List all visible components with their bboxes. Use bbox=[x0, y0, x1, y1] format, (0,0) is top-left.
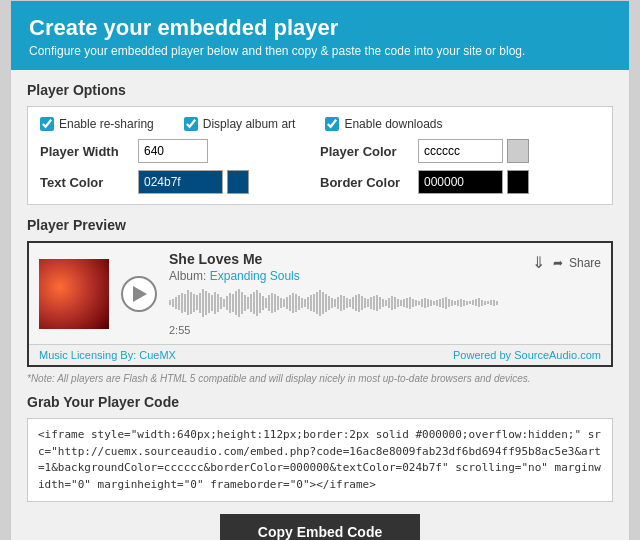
waveform-bar bbox=[283, 299, 285, 307]
width-color-row: Player Width Player Color bbox=[40, 139, 600, 163]
waveform-bar bbox=[172, 299, 174, 307]
player-options-title: Player Options bbox=[27, 82, 613, 98]
player-width-input[interactable] bbox=[138, 139, 208, 163]
player-preview-title: Player Preview bbox=[27, 217, 613, 233]
border-color-col: Border Color bbox=[320, 170, 600, 194]
album-art bbox=[39, 259, 109, 329]
waveform-bar bbox=[301, 298, 303, 308]
waveform-bar bbox=[466, 301, 468, 305]
waveform-bar bbox=[427, 299, 429, 307]
player-color-swatch[interactable] bbox=[507, 139, 529, 163]
waveform-bar bbox=[460, 299, 462, 307]
share-button[interactable]: ➦ Share bbox=[553, 256, 601, 270]
albumart-input[interactable] bbox=[184, 117, 198, 131]
download-icon[interactable]: ⇓ bbox=[532, 253, 545, 272]
waveform-bar bbox=[352, 297, 354, 309]
downloads-label: Enable downloads bbox=[344, 117, 442, 131]
waveform-bar bbox=[379, 297, 381, 309]
note-text: *Note: All players are Flash & HTML 5 co… bbox=[27, 373, 613, 384]
waveform-bar bbox=[373, 296, 375, 310]
waveform-bar bbox=[328, 296, 330, 310]
waveform-bar bbox=[319, 290, 321, 316]
waveform-bar bbox=[487, 301, 489, 304]
waveform-bar bbox=[298, 296, 300, 310]
text-color-group bbox=[138, 170, 249, 194]
waveform-bar bbox=[463, 300, 465, 306]
player-footer: Music Licensing By: CueMX Powered by Sou… bbox=[29, 344, 611, 365]
waveform-bar bbox=[490, 300, 492, 305]
waveform-container: 2:55 bbox=[169, 285, 601, 336]
text-color-swatch[interactable] bbox=[227, 170, 249, 194]
waveform-bar bbox=[478, 298, 480, 307]
waveform-bar bbox=[355, 295, 357, 311]
resharing-label: Enable re-sharing bbox=[59, 117, 154, 131]
waveform-bar bbox=[496, 301, 498, 305]
text-color-label: Text Color bbox=[40, 175, 130, 190]
border-color-input[interactable] bbox=[418, 170, 503, 194]
text-color-col: Text Color bbox=[40, 170, 320, 194]
border-color-label: Border Color bbox=[320, 175, 410, 190]
display-albumart-checkbox[interactable]: Display album art bbox=[184, 117, 296, 131]
waveform-bar bbox=[421, 299, 423, 307]
waveform-bar bbox=[187, 290, 189, 315]
waveform-bar bbox=[196, 295, 198, 310]
waveform-bar bbox=[418, 301, 420, 305]
downloads-input[interactable] bbox=[325, 117, 339, 131]
waveform-bar bbox=[469, 301, 471, 304]
waveform-bar bbox=[430, 300, 432, 306]
player-actions: ⇓ ➦ Share bbox=[532, 253, 601, 272]
waveform-bar bbox=[436, 300, 438, 306]
embed-code-text[interactable]: <iframe style="width:640px;height:112px;… bbox=[38, 427, 602, 493]
album-name-link[interactable]: Expanding Souls bbox=[210, 269, 300, 283]
waveform-bar bbox=[241, 292, 243, 314]
waveform-bar bbox=[226, 296, 228, 310]
waveform-bar bbox=[394, 297, 396, 309]
waveform-bar bbox=[472, 300, 474, 305]
waveform-bar bbox=[253, 292, 255, 314]
waveform-bar bbox=[280, 298, 282, 308]
waveform-bar bbox=[406, 298, 408, 308]
enable-downloads-checkbox[interactable]: Enable downloads bbox=[325, 117, 442, 131]
waveform-bar bbox=[247, 297, 249, 309]
checkboxes-row: Enable re-sharing Display album art Enab… bbox=[40, 117, 600, 131]
content-area: Player Options Enable re-sharing Display… bbox=[11, 70, 629, 540]
waveform-bar bbox=[493, 300, 495, 306]
player-width-label: Player Width bbox=[40, 144, 130, 159]
player-inner: She Loves Me Album: Expanding Souls 2:55… bbox=[29, 243, 611, 344]
copy-embed-button[interactable]: Copy Embed Code bbox=[220, 514, 420, 540]
music-licensing-link[interactable]: Music Licensing By: CueMX bbox=[39, 349, 176, 361]
waveform-bar bbox=[220, 297, 222, 309]
waveform-bar bbox=[445, 297, 447, 309]
resharing-input[interactable] bbox=[40, 117, 54, 131]
waveform-bar bbox=[415, 300, 417, 306]
textcolor-bordercolor-row: Text Color Border Color bbox=[40, 170, 600, 194]
waveform-bar bbox=[286, 297, 288, 309]
play-button[interactable] bbox=[121, 276, 157, 312]
waveform-bar bbox=[343, 296, 345, 310]
player-color-input[interactable] bbox=[418, 139, 503, 163]
waveform-bar bbox=[310, 295, 312, 311]
waveform-bar bbox=[265, 298, 267, 308]
enable-resharing-checkbox[interactable]: Enable re-sharing bbox=[40, 117, 154, 131]
waveform-bar bbox=[385, 300, 387, 306]
waveform-bar bbox=[235, 291, 237, 315]
code-section-title: Grab Your Player Code bbox=[27, 394, 613, 410]
album-art-image bbox=[39, 259, 109, 329]
waveform-bar bbox=[277, 296, 279, 310]
waveform-bar bbox=[181, 293, 183, 313]
waveform-bar bbox=[409, 297, 411, 309]
powered-by-link[interactable]: Powered by SourceAudio.com bbox=[453, 349, 601, 361]
waveform-bar bbox=[397, 299, 399, 307]
text-color-input[interactable] bbox=[138, 170, 223, 194]
waveform-bar bbox=[325, 294, 327, 312]
main-container: Create your embedded player Configure yo… bbox=[10, 0, 630, 540]
waveform-bar bbox=[274, 294, 276, 312]
share-label: Share bbox=[569, 256, 601, 270]
waveform-bar bbox=[217, 294, 219, 312]
waveform-bar bbox=[349, 299, 351, 307]
waveform-bar bbox=[475, 299, 477, 306]
waveform-bar bbox=[202, 289, 204, 317]
page-title: Create your embedded player bbox=[29, 15, 611, 41]
waveform-bar bbox=[376, 295, 378, 311]
border-color-swatch[interactable] bbox=[507, 170, 529, 194]
